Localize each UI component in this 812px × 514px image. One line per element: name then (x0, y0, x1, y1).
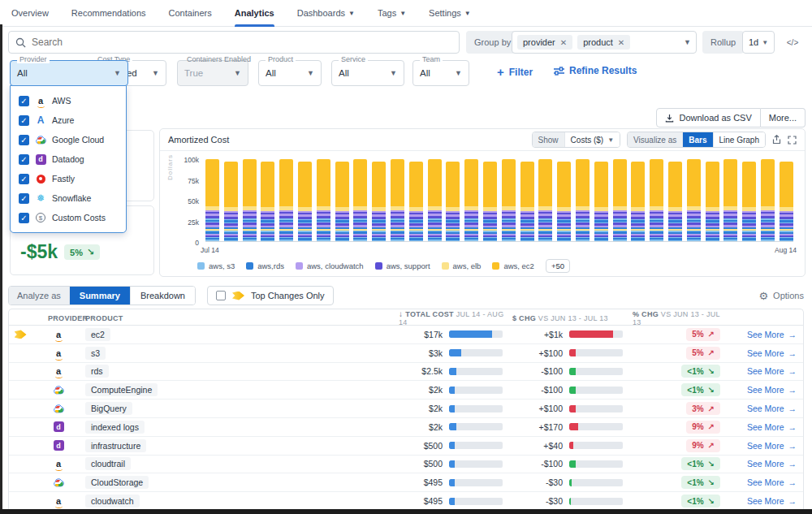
filter-provider[interactable]: ProviderAll▼ (10, 60, 128, 86)
add-filter-button[interactable]: +Filter (497, 65, 533, 79)
show-select[interactable]: Costs ($) ▼ (564, 132, 620, 147)
product-label[interactable]: s3 (85, 347, 106, 360)
chart-bar[interactable] (631, 162, 645, 241)
chart-bar[interactable] (687, 159, 701, 241)
product-label[interactable]: cloudtrail (85, 457, 131, 470)
chart-bar[interactable] (279, 159, 293, 241)
chart-bar[interactable] (464, 159, 478, 241)
export-chart-button[interactable] (772, 135, 781, 145)
see-more-link[interactable]: See More→ (728, 477, 804, 487)
filter-product[interactable]: ProductAll▼ (258, 60, 322, 86)
chart-bar[interactable] (483, 162, 497, 241)
product-label[interactable]: ComputeEngine (85, 383, 158, 396)
search-box[interactable] (8, 31, 460, 54)
table-row[interactable]: ComputeEngine$2k-$100<1%↘See More→ (9, 381, 803, 400)
chart-bar[interactable] (428, 159, 442, 241)
group-chip-provider[interactable]: provider✕ (517, 35, 572, 50)
product-label[interactable]: BigQuery (85, 402, 132, 415)
col-product[interactable]: PRODUCT (85, 314, 399, 322)
provider-option-google-cloud[interactable]: ✓Google Cloud (11, 130, 126, 149)
product-label[interactable]: infrastructure (85, 439, 146, 452)
tab-summary[interactable]: Summary (69, 287, 130, 305)
table-row[interactable]: dindexed logs$2k+$1709%↗See More→ (9, 418, 803, 437)
provider-option-datadog[interactable]: ✓dDatadog (11, 149, 126, 169)
chart-bar[interactable] (668, 162, 682, 241)
chart-bar[interactable] (723, 159, 737, 241)
filter-team[interactable]: TeamAll▼ (412, 60, 469, 86)
table-row[interactable]: CloudStorage$495-$30<1%↘See More→ (9, 473, 803, 492)
filter-service[interactable]: ServiceAll▼ (331, 60, 404, 86)
checkbox-checked[interactable]: ✓ (19, 135, 29, 145)
chart-bar[interactable] (243, 159, 257, 241)
visualize-line-button[interactable]: Line Graph (713, 132, 765, 147)
chart-bar[interactable] (353, 159, 367, 241)
chart-bar[interactable] (409, 162, 423, 241)
group-by-select[interactable]: provider✕product✕ ▼ (512, 31, 697, 54)
product-label[interactable]: ec2 (85, 328, 110, 341)
chart-bar[interactable] (335, 162, 349, 241)
chart-bar[interactable] (446, 162, 460, 241)
tab-breakdown[interactable]: Breakdown (130, 287, 195, 305)
table-row[interactable]: BigQuery$2k+$1003%↗See More→ (9, 400, 803, 418)
col-provider[interactable]: PROVIDER (32, 314, 85, 322)
chart-bar[interactable] (594, 162, 608, 241)
nav-item-overview[interactable]: Overview (11, 0, 49, 27)
chart-bar[interactable] (706, 162, 719, 241)
col-total-cost[interactable]: ↓TOTAL COST JUL 14 - AUG 14 (399, 309, 512, 326)
table-row[interactable]: acloudwatch$495-$30<1%↘See More→ (9, 492, 803, 511)
provider-option-snowflake[interactable]: ✓❅Snowflake (11, 188, 126, 208)
expand-chart-button[interactable] (788, 136, 797, 145)
table-row[interactable]: aec2$17k+$1k5%↗See More→ (9, 326, 803, 344)
chart-bar[interactable] (538, 159, 552, 241)
table-row[interactable]: ards$2.5k-$100<1%↘See More→ (9, 363, 803, 382)
search-input[interactable] (32, 37, 452, 48)
refine-results-button[interactable]: Refine Results (554, 65, 637, 76)
see-more-link[interactable]: See More→ (728, 459, 804, 469)
see-more-link[interactable]: See More→ (728, 330, 804, 339)
product-label[interactable]: cloudwatch (85, 495, 140, 508)
see-more-link[interactable]: See More→ (728, 404, 804, 413)
nav-item-settings[interactable]: Settings▼ (429, 0, 471, 27)
options-button[interactable]: ⚙ Options (758, 290, 804, 302)
close-icon[interactable]: ✕ (560, 38, 567, 47)
see-more-link[interactable]: See More→ (728, 441, 804, 451)
chart-bar[interactable] (761, 159, 775, 241)
checkbox-checked[interactable]: ✓ (19, 115, 29, 126)
checkbox-checked[interactable]: ✓ (19, 154, 29, 165)
col-pct-chg[interactable]: % CHG VS JUN 13 - JUL 13 (633, 310, 728, 326)
chart-bar[interactable] (298, 162, 312, 241)
top-changes-only-control[interactable]: Top Changes Only (207, 286, 334, 305)
chart-bar[interactable] (372, 162, 386, 241)
top-changes-checkbox[interactable] (216, 291, 226, 300)
filter-containers-enabled[interactable]: Containers EnabledTrue▼ (177, 60, 248, 86)
chart-bar[interactable] (224, 162, 238, 241)
chart-bar[interactable] (650, 159, 663, 241)
visualize-bars-button[interactable]: Bars (682, 132, 712, 147)
chart-bar[interactable] (557, 162, 571, 241)
nav-item-recommendations[interactable]: Recommendations (71, 0, 146, 27)
chart-bar[interactable] (317, 159, 330, 241)
see-more-link[interactable]: See More→ (728, 496, 804, 506)
provider-option-fastly[interactable]: ✓Fastly (11, 169, 126, 188)
chart-bar[interactable] (613, 159, 627, 241)
table-row[interactable]: acloudtrail$500-$100<1%↘See More→ (9, 456, 803, 474)
see-more-link[interactable]: See More→ (728, 422, 804, 432)
provider-option-custom-costs[interactable]: ✓$Custom Costs (11, 208, 126, 227)
chart-bar[interactable] (205, 159, 219, 241)
nav-item-tags[interactable]: Tags▼ (378, 0, 406, 27)
see-more-link[interactable]: See More→ (728, 366, 804, 376)
chart-bar[interactable] (520, 162, 534, 241)
legend-more-button[interactable]: +50 (546, 259, 570, 273)
product-label[interactable]: rds (85, 365, 109, 378)
checkbox-checked[interactable]: ✓ (19, 193, 29, 204)
provider-option-aws[interactable]: ✓aAWS (11, 91, 126, 110)
nav-item-dashboards[interactable]: Dashboards▼ (297, 0, 355, 27)
table-row[interactable]: as3$3k+$1005%↗See More→ (9, 344, 803, 363)
provider-option-azure[interactable]: ✓AAzure (11, 110, 126, 130)
more-button[interactable]: More... (761, 108, 806, 127)
nav-item-containers[interactable]: Containers (169, 0, 212, 27)
code-view-button[interactable]: </> (781, 33, 804, 51)
chart-bar[interactable] (780, 162, 793, 241)
chart-bar[interactable] (742, 162, 756, 241)
table-row[interactable]: dinfrastructure$500+$409%↗See More→ (9, 437, 803, 456)
